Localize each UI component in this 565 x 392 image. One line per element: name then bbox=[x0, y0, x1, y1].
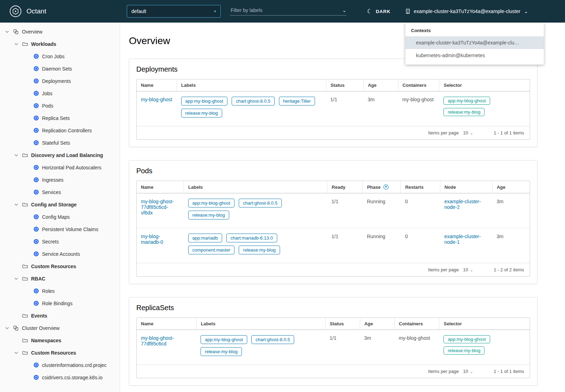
column-header-status[interactable]: Status bbox=[326, 79, 363, 91]
column-header-selector[interactable]: Selector bbox=[439, 318, 530, 330]
context-selector[interactable]: example-cluster-ka3TuTzYo4a@example-clus… bbox=[405, 8, 528, 14]
label-tag[interactable]: app:my-blog-ghost bbox=[181, 97, 228, 105]
sidebar-item-pods[interactable]: Pods bbox=[0, 99, 120, 112]
chevron-down-icon[interactable] bbox=[13, 276, 19, 282]
sidebar-item-csidrivers-crd[interactable]: csidrivers.csi.storage.k8s.io bbox=[0, 371, 120, 384]
column-header-phase[interactable]: Phase bbox=[363, 181, 401, 193]
sidebar-item-persistent-volume-claims[interactable]: Persistent Volume Claims bbox=[0, 223, 120, 235]
crd-resource-icon bbox=[33, 374, 39, 380]
sidebar-item-roles[interactable]: Roles bbox=[0, 285, 120, 297]
column-header-status[interactable]: Status bbox=[325, 318, 360, 330]
context-menu-item[interactable]: kubernetes-admin@kubernetes bbox=[405, 49, 544, 62]
sidebar-item-services[interactable]: Services bbox=[0, 186, 120, 198]
sidebar-item-service-accounts[interactable]: Service Accounts bbox=[0, 248, 120, 260]
label-tag[interactable]: app:my-blog-ghost bbox=[201, 335, 247, 344]
column-header-node[interactable]: Node bbox=[440, 181, 492, 193]
sidebar-item-jobs[interactable]: Jobs bbox=[0, 87, 120, 99]
label-tag[interactable]: chart:mariadb-6.13.0 bbox=[226, 234, 277, 242]
label-tag[interactable]: chart:ghost-8.0.5 bbox=[232, 97, 275, 105]
column-header-ready[interactable]: Ready bbox=[327, 181, 363, 193]
column-header-name[interactable]: Name bbox=[137, 79, 177, 91]
pods-resource-icon bbox=[33, 103, 39, 109]
cell-age: 3m bbox=[363, 91, 398, 126]
sidebar-item-config-maps[interactable]: Config Maps bbox=[0, 211, 120, 223]
replicaset-link[interactable]: my-blog-ghost-77df85c6cd bbox=[141, 335, 174, 346]
chevron-down-icon[interactable]: ⌄ bbox=[342, 7, 346, 13]
page-size-select[interactable]: 10 ⌄ bbox=[463, 267, 473, 272]
deployment-link[interactable]: my-blog-ghost bbox=[141, 97, 172, 102]
page-size-value: 10 bbox=[463, 267, 468, 272]
namespace-select[interactable]: default ▾ bbox=[127, 5, 221, 18]
sidebar-item-ingresses[interactable]: Ingresses bbox=[0, 174, 120, 186]
label-tag[interactable]: release:my-blog bbox=[181, 109, 222, 117]
filter-icon[interactable] bbox=[383, 184, 389, 190]
chevron-down-icon[interactable] bbox=[13, 202, 19, 207]
cell-age: 3m bbox=[492, 228, 530, 263]
chevron-down-icon[interactable] bbox=[13, 350, 19, 356]
pod-link[interactable]: my-blog-mariadb-0 bbox=[141, 234, 163, 245]
sidebar-item-replication-controllers[interactable]: Replication Controllers bbox=[0, 124, 120, 137]
sidebar-item-events[interactable]: Events bbox=[0, 309, 120, 322]
column-header-containers[interactable]: Containers bbox=[398, 79, 439, 91]
sidebar-item-cron-jobs[interactable]: Cron Jobs bbox=[0, 50, 120, 62]
label-tag[interactable]: release:my-blog bbox=[239, 246, 280, 254]
sidebar-item-rbac[interactable]: RBAC bbox=[0, 272, 120, 285]
sidebar-item-role-bindings[interactable]: Role Bindings bbox=[0, 297, 120, 309]
chevron-down-icon[interactable] bbox=[13, 152, 19, 158]
cell-name: my-blog-ghost bbox=[137, 91, 177, 126]
label-filter-input[interactable] bbox=[230, 7, 340, 13]
sidebar-item-config-and-storage[interactable]: Config and Storage bbox=[0, 198, 120, 211]
label-tag[interactable]: chart:ghost-8.0.5 bbox=[239, 199, 282, 207]
paginator: Items per page 10 ⌄ 1 - 1 of 1 items bbox=[137, 364, 530, 378]
pod-link[interactable]: my-blog-ghost-77df85c6cd-vf6dx bbox=[141, 199, 174, 216]
sidebar-item-horizontal-pod-autoscalers[interactable]: Horizontal Pod Autoscalers bbox=[0, 161, 120, 174]
chevron-down-icon[interactable] bbox=[4, 325, 10, 331]
service-accounts-resource-icon bbox=[33, 251, 39, 257]
column-header-containers[interactable]: Containers bbox=[394, 318, 439, 330]
deployments-datagrid: Name Labels Status Age Containers Select… bbox=[136, 79, 530, 140]
main-content: Overview Deployments Name Labels Status bbox=[120, 23, 565, 392]
sidebar-item-custom-resources[interactable]: Custom Resources bbox=[0, 260, 120, 272]
node-link[interactable]: example-cluster-node-1 bbox=[444, 234, 481, 245]
replicasets-card: ReplicaSets Name Labels Status Age Conta… bbox=[129, 297, 537, 386]
column-header-age[interactable]: Age bbox=[360, 318, 394, 330]
sidebar-item-daemon-sets[interactable]: Daemon Sets bbox=[0, 62, 120, 75]
column-header-selector[interactable]: Selector bbox=[439, 79, 530, 91]
column-header-age[interactable]: Age bbox=[363, 79, 398, 91]
sidebar-item-replica-sets[interactable]: Replica Sets bbox=[0, 112, 120, 124]
page-size-select[interactable]: 10 ⌄ bbox=[463, 130, 473, 135]
column-header-restarts[interactable]: Restarts bbox=[401, 181, 440, 193]
sidebar-item-cluster-custom-resources[interactable]: Custom Resources bbox=[0, 346, 120, 359]
label-tag[interactable]: chart:ghost-8.0.5 bbox=[251, 335, 295, 344]
label-tag[interactable]: release:my-blog bbox=[188, 211, 230, 219]
stateful-sets-resource-icon bbox=[33, 140, 39, 146]
column-header-labels[interactable]: Labels bbox=[177, 79, 326, 91]
sidebar-item-secrets[interactable]: Secrets bbox=[0, 235, 120, 248]
chevron-down-icon[interactable] bbox=[4, 29, 10, 35]
sidebar-item-namespaces[interactable]: Namespaces bbox=[0, 334, 120, 346]
label-tag[interactable]: component:master bbox=[188, 246, 235, 254]
label-tag[interactable]: release:my-blog bbox=[201, 347, 242, 356]
label-tag[interactable]: app:mariadb bbox=[188, 234, 222, 242]
label-tag[interactable]: app:my-blog-ghost bbox=[188, 199, 235, 207]
column-header-age[interactable]: Age bbox=[492, 181, 530, 193]
sidebar-item-overview[interactable]: Overview bbox=[0, 25, 120, 38]
column-header-labels[interactable]: Labels bbox=[184, 181, 327, 193]
page-size-select[interactable]: 10 ⌄ bbox=[463, 369, 473, 374]
sidebar-item-stateful-sets[interactable]: Stateful Sets bbox=[0, 137, 120, 149]
column-header-name[interactable]: Name bbox=[137, 181, 184, 193]
sidebar-item-clusterinformations-crd[interactable]: clusterinformations.crd.projec bbox=[0, 359, 120, 371]
sidebar-item-workloads[interactable]: Workloads bbox=[0, 38, 120, 50]
sidebar-item-discovery-and-load-balancing[interactable]: Discovery and Load Balancing bbox=[0, 149, 120, 161]
overview-icon bbox=[13, 29, 19, 35]
node-link[interactable]: example-cluster-node-2 bbox=[444, 199, 481, 210]
crd-resource-icon bbox=[33, 362, 39, 368]
theme-toggle-button[interactable]: ☾ DARK bbox=[367, 8, 391, 15]
column-header-labels[interactable]: Labels bbox=[196, 318, 325, 330]
label-tag[interactable]: heritage:Tiller bbox=[279, 97, 315, 105]
chevron-down-icon[interactable] bbox=[13, 41, 19, 47]
context-menu-item[interactable]: example-cluster-ka3TuTzYo4a@example-clu… bbox=[405, 36, 544, 49]
sidebar-item-cluster-overview[interactable]: Cluster Overview bbox=[0, 322, 120, 334]
column-header-name[interactable]: Name bbox=[137, 318, 196, 330]
sidebar-item-deployments[interactable]: Deployments bbox=[0, 75, 120, 87]
